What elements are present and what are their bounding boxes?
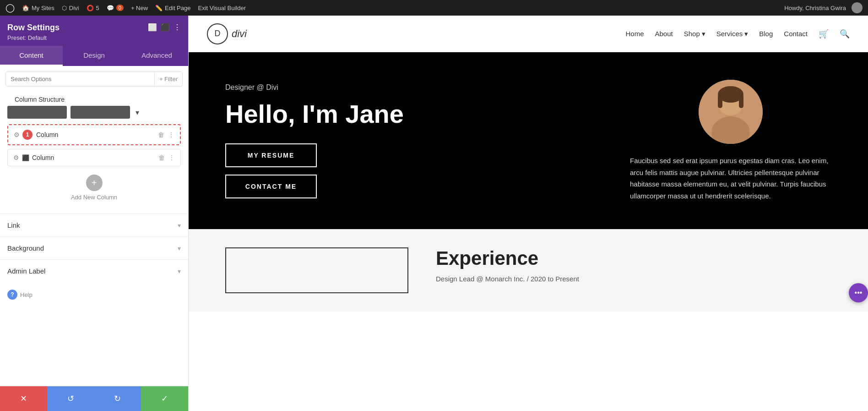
home-icon: 🏠 — [22, 5, 29, 11]
dots-icon: ••• — [855, 289, 863, 297]
columns-icon[interactable]: ⬛ — [161, 23, 170, 32]
add-new-column-label: Add New Column — [71, 194, 117, 201]
link-accordion-header[interactable]: Link ▾ — [0, 214, 188, 236]
new-menu[interactable]: + New — [131, 5, 148, 11]
hero-title: Hello, I'm Jane — [225, 99, 602, 129]
nav-about[interactable]: About — [655, 30, 673, 38]
column-more-2[interactable]: ⋮ — [168, 154, 175, 161]
background-accordion-header[interactable]: Background ▾ — [0, 237, 188, 259]
comments-icon: ⭕ — [87, 5, 94, 11]
nav-services[interactable]: Services ▾ — [716, 30, 749, 38]
more-icon[interactable]: ⋮ — [174, 23, 181, 32]
column-structure-selector: ▾ — [7, 106, 181, 119]
column-settings-icon-1[interactable]: ⚙ — [14, 131, 20, 138]
column-layout-narrow[interactable] — [71, 106, 130, 119]
nav-blog[interactable]: Blog — [759, 30, 773, 38]
contact-button[interactable]: CONTACT ME — [225, 175, 317, 198]
column-more-1[interactable]: ⋮ — [168, 131, 174, 138]
floating-options-button[interactable]: ••• — [849, 283, 868, 302]
hero-left-column: Designer @ Divi Hello, I'm Jane MY RESUM… — [225, 83, 602, 198]
nav-home[interactable]: Home — [625, 30, 644, 38]
hero-right-column: Faucibus sed sed erat ipsum purus egesta… — [630, 80, 831, 202]
save-button[interactable]: ✓ — [141, 386, 188, 411]
settings-tabs: Content Design Advanced — [0, 46, 188, 66]
filter-button[interactable]: + Filter — [154, 72, 182, 86]
bubbles-menu[interactable]: 💬 0 — [107, 5, 124, 11]
column-badge-1: 1 — [22, 130, 33, 140]
column-layout-dropdown-arrow[interactable]: ▾ — [136, 108, 139, 117]
redo-button[interactable]: ↻ — [94, 386, 141, 411]
preset-label: Preset: Default — [7, 34, 181, 41]
column-layout-wide[interactable] — [7, 106, 67, 119]
nav-shop[interactable]: Shop ▾ — [684, 30, 705, 38]
services-dropdown-icon: ▾ — [744, 30, 748, 38]
bubble-icon: 💬 — [107, 5, 114, 11]
hero-section: Designer @ Divi Hello, I'm Jane MY RESUM… — [189, 52, 868, 229]
link-accordion: Link ▾ — [0, 214, 188, 236]
hero-avatar — [699, 80, 763, 144]
column-delete-2[interactable]: 🗑 — [158, 154, 165, 161]
column-structure-section: Column Structure ▾ ⚙ 1 Column 🗑 ⋮ ⚙ ⬛ Co… — [0, 92, 188, 214]
hero-bio: Faucibus sed sed erat ipsum purus egesta… — [630, 155, 831, 202]
wp-logo-icon[interactable]: ◯ — [5, 3, 15, 13]
help-label: Help — [20, 291, 33, 298]
experience-image-placeholder — [225, 247, 408, 293]
exit-visual-builder-link[interactable]: Exit Visual Builder — [198, 5, 246, 11]
background-accordion-arrow: ▾ — [178, 245, 181, 252]
site-logo[interactable]: D divi — [207, 23, 247, 44]
column-row-1: ⚙ 1 Column 🗑 ⋮ — [7, 124, 181, 145]
sidebar-header: Row Settings Preset: Default ⬜ ⬛ ⋮ — [0, 16, 188, 46]
hero-subtitle: Designer @ Divi — [225, 83, 602, 92]
logo-circle: D — [207, 23, 228, 44]
sidebar-footer-buttons: ✕ ↺ ↻ ✓ — [0, 386, 188, 411]
column-row-2: ⚙ ⬛ Column 🗑 ⋮ — [7, 149, 181, 166]
expand-icon[interactable]: ⬜ — [148, 23, 157, 32]
svg-rect-4 — [718, 94, 722, 108]
resume-button[interactable]: MY RESUME — [225, 143, 317, 167]
admin-bar-right: Howdy, Christina Gwira — [784, 2, 863, 13]
cancel-button[interactable]: ✕ — [0, 386, 47, 411]
row-settings-panel: Row Settings Preset: Default ⬜ ⬛ ⋮ Conte… — [0, 16, 189, 411]
search-options: + Filter — [5, 71, 183, 87]
help-area: ? Help — [0, 282, 188, 307]
column-duplicate-icon-2[interactable]: ⬛ — [22, 154, 29, 161]
cart-icon[interactable]: 🛒 — [819, 29, 829, 39]
comments-menu[interactable]: ⭕ 5 — [87, 5, 99, 11]
link-accordion-arrow: ▾ — [178, 222, 181, 229]
nav-contact[interactable]: Contact — [784, 30, 808, 38]
avatar[interactable] — [852, 2, 863, 13]
nav-links: Home About Shop ▾ Services ▾ Blog Contac… — [625, 29, 850, 39]
tab-content[interactable]: Content — [0, 46, 63, 66]
admin-label-accordion-header[interactable]: Admin Label ▾ — [0, 260, 188, 282]
logo-char: D — [215, 29, 221, 38]
howdy-label: Howdy, Christina Gwira — [784, 5, 846, 11]
undo-button[interactable]: ↺ — [47, 386, 94, 411]
search-icon[interactable]: 🔍 — [840, 29, 850, 39]
search-input[interactable] — [6, 72, 154, 86]
column-label-2: Column — [32, 154, 158, 161]
tab-advanced[interactable]: Advanced — [125, 46, 188, 66]
hero-buttons: MY RESUME CONTACT ME — [225, 143, 317, 198]
add-column-button[interactable]: + — [86, 175, 103, 191]
svg-rect-5 — [739, 94, 743, 108]
divi-icon: ⬡ — [62, 5, 67, 11]
site-navigation: D divi Home About Shop ▾ Services ▾ Blog… — [189, 16, 868, 52]
experience-content: Experience Design Lead @ Monarch Inc. / … — [436, 247, 831, 283]
background-accordion: Background ▾ — [0, 236, 188, 259]
column-structure-label: Column Structure — [7, 92, 181, 106]
add-new-column: + Add New Column — [7, 170, 181, 208]
site-preview: D divi Home About Shop ▾ Services ▾ Blog… — [189, 16, 868, 411]
edit-page-link[interactable]: ✏️ Edit Page — [155, 5, 190, 11]
divi-menu[interactable]: ⬡ Divi — [62, 5, 79, 11]
admin-label-accordion-arrow: ▾ — [178, 268, 181, 275]
column-settings-icon-2[interactable]: ⚙ — [13, 154, 19, 161]
shop-dropdown-icon: ▾ — [702, 30, 705, 38]
my-sites-menu[interactable]: 🏠 My Sites — [22, 5, 54, 11]
header-icons: ⬜ ⬛ ⋮ — [148, 23, 181, 32]
column-label-1: Column — [36, 131, 158, 138]
tab-design[interactable]: Design — [63, 46, 125, 66]
help-icon[interactable]: ? — [7, 290, 17, 300]
column-delete-1[interactable]: 🗑 — [158, 131, 164, 138]
admin-label-accordion: Admin Label ▾ — [0, 259, 188, 282]
logo-text: divi — [232, 28, 247, 40]
